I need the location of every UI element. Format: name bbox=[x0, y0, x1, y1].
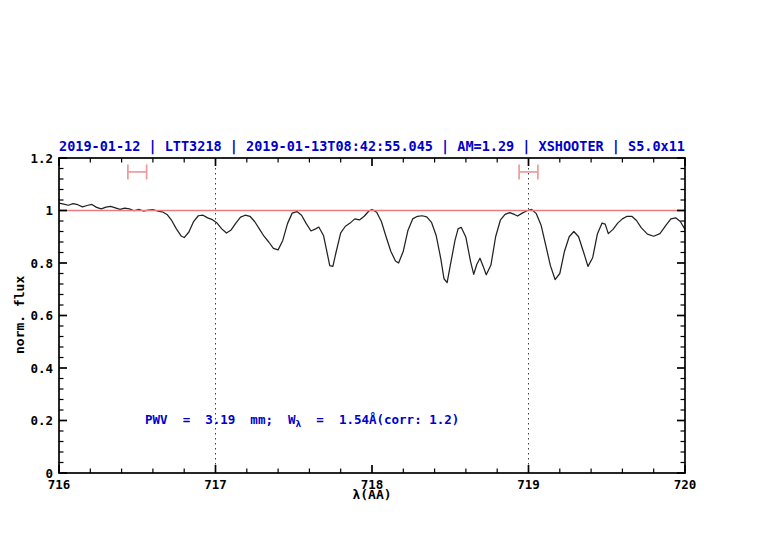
y-axis-tick-label: 1 bbox=[45, 203, 53, 218]
pwv-annotation: PWV = 3.19 mm; Wλ = 1.54Å(corr: 1.2) bbox=[145, 412, 459, 429]
y-axis-tick-label: 0.2 bbox=[30, 413, 53, 428]
y-axis-tick-label: 1.2 bbox=[30, 151, 53, 166]
y-axis-label: norm. flux bbox=[12, 258, 30, 372]
pwv-annotation-part1: PWV = 3.19 mm; W bbox=[145, 412, 296, 427]
pwv-annotation-part2: = 1.54Å(corr: 1.2) bbox=[301, 412, 459, 427]
spectrum-line bbox=[59, 203, 685, 283]
y-axis-tick-label: 0 bbox=[45, 466, 53, 481]
y-axis-tick-label: 0.4 bbox=[30, 361, 53, 376]
y-axis-tick-label: 0.8 bbox=[30, 256, 53, 271]
spectrum-plot-canvas: 71671771871972000.20.40.60.811.2 bbox=[0, 0, 782, 542]
spectrum-figure: 2019-01-12 | LTT3218 | 2019-01-13T08:42:… bbox=[0, 0, 782, 542]
x-axis-label: λ(AA) bbox=[59, 487, 685, 502]
y-axis-tick-label: 0.6 bbox=[30, 308, 53, 323]
